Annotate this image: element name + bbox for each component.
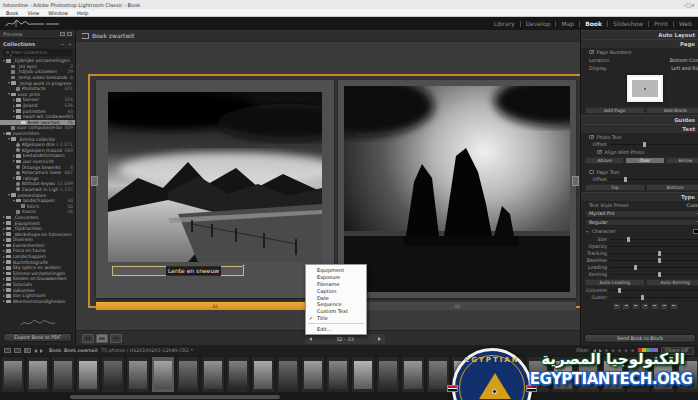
tracking-slider[interactable] bbox=[610, 253, 698, 255]
collapse-collections-button[interactable]: − bbox=[60, 41, 64, 47]
page-offset-slider[interactable] bbox=[610, 179, 698, 181]
context-menu-item-date[interactable]: Date bbox=[306, 294, 366, 301]
filmstrip-thumbnail[interactable] bbox=[251, 356, 275, 393]
filmstrip-thumbnail[interactable] bbox=[126, 356, 150, 393]
filmstrip-thumbnail[interactable] bbox=[201, 356, 225, 393]
filmstrip-thumbnail[interactable] bbox=[51, 356, 75, 393]
main-window-icon[interactable] bbox=[4, 348, 11, 353]
filmstrip-thumbnail[interactable] bbox=[601, 356, 625, 393]
preview-panel-header[interactable]: Preview bbox=[0, 30, 75, 39]
valign-top-icon[interactable] bbox=[651, 303, 659, 310]
page-text-bottom-button[interactable]: Bottom bbox=[646, 184, 698, 191]
filmstrip-thumbnail[interactable] bbox=[326, 356, 350, 393]
leading-slider[interactable] bbox=[610, 267, 698, 269]
filmstrip-thumbnail[interactable] bbox=[226, 356, 250, 393]
valign-middle-icon[interactable] bbox=[660, 303, 668, 310]
context-menu-item-sequence[interactable]: Sequence bbox=[306, 301, 366, 308]
module-book[interactable]: Book bbox=[584, 20, 603, 27]
page-add-blank-button[interactable]: Add Blank bbox=[646, 107, 698, 114]
page-add-page-button[interactable]: Add Page bbox=[585, 107, 645, 114]
character-color-swatch[interactable] bbox=[693, 229, 698, 234]
menu-help[interactable]: Help bbox=[77, 10, 88, 16]
filmstrip-thumbnail[interactable] bbox=[476, 356, 500, 393]
context-menu-item-title[interactable]: Title bbox=[306, 315, 366, 322]
context-menu-item-caption[interactable]: Caption bbox=[306, 287, 366, 294]
valign-bottom-icon[interactable] bbox=[670, 303, 678, 310]
filmstrip-thumbnail[interactable] bbox=[676, 356, 698, 393]
flag-reject-icon[interactable] bbox=[599, 349, 602, 353]
page-cell-right[interactable]: 33 bbox=[338, 302, 576, 310]
filmstrip-thumbnail[interactable] bbox=[301, 356, 325, 393]
type-panel-header[interactable]: Type bbox=[581, 192, 698, 201]
photo-text-above-button[interactable]: Above bbox=[585, 157, 624, 164]
align-right-icon[interactable] bbox=[632, 303, 640, 310]
location-value[interactable]: Bottom Corner bbox=[670, 58, 698, 63]
text-style-preset-value[interactable]: Custom bbox=[687, 203, 698, 208]
module-slideshow[interactable]: Slideshow bbox=[612, 20, 644, 27]
photo-right[interactable] bbox=[344, 86, 570, 292]
filmstrip-source-label[interactable]: Book: Boek zwartwit bbox=[49, 348, 98, 353]
align-justify-icon[interactable] bbox=[641, 303, 649, 310]
context-menu-item-equipment[interactable]: Equipment bbox=[306, 267, 366, 274]
filmstrip-scrollbar[interactable] bbox=[0, 393, 698, 400]
window-button[interactable]: × bbox=[691, 2, 695, 8]
multi-page-grid-icon[interactable] bbox=[82, 33, 89, 39]
context-menu-item-custom-text[interactable]: Custom Text bbox=[306, 308, 366, 315]
filmstrip-thumbnail[interactable] bbox=[376, 356, 400, 393]
module-map[interactable]: Map bbox=[560, 20, 575, 27]
filmstrip-thumbnail[interactable] bbox=[501, 356, 525, 393]
add-collection-button[interactable]: + bbox=[68, 41, 72, 47]
filmstrip-thumbnail[interactable] bbox=[576, 356, 600, 393]
page-text-top-button[interactable]: Top bbox=[585, 184, 645, 191]
photo-text-below-button[interactable]: Below bbox=[666, 157, 698, 164]
context-menu-item-filename[interactable]: Filename bbox=[306, 281, 366, 288]
font-dropdown[interactable]: Myriad Pro bbox=[585, 210, 698, 218]
columns-slider[interactable] bbox=[610, 290, 698, 292]
filmstrip-thumbnail[interactable] bbox=[151, 356, 175, 393]
star-rating-filter[interactable]: ★ ★ ★ ★ ★ bbox=[605, 348, 635, 353]
filmstrip-thumbnail[interactable] bbox=[1, 356, 25, 393]
context-menu-item-edit[interactable]: Edit... bbox=[306, 325, 366, 332]
filmstrip-thumbnail[interactable] bbox=[526, 356, 550, 393]
book-page-left[interactable]: Lente en sneeuw bbox=[96, 80, 334, 298]
left-page-text-marker[interactable] bbox=[91, 176, 98, 186]
single-page-view-button[interactable] bbox=[110, 334, 122, 343]
page-layout-preview[interactable] bbox=[627, 75, 663, 102]
font-style-dropdown[interactable]: Regular bbox=[585, 219, 698, 227]
previous-spread-button[interactable] bbox=[309, 337, 312, 341]
filmstrip-thumbnail[interactable] bbox=[551, 356, 575, 393]
kerning-slider[interactable] bbox=[610, 274, 698, 276]
align-center-icon[interactable] bbox=[622, 303, 630, 310]
go-back-icon[interactable] bbox=[34, 349, 37, 353]
multi-page-view-button[interactable] bbox=[82, 334, 94, 343]
collection-item-weersomstandigheden[interactable]: Weersomstandigheden bbox=[0, 299, 75, 305]
filmstrip-thumbnail[interactable] bbox=[101, 356, 125, 393]
next-spread-button[interactable] bbox=[378, 337, 381, 341]
guides-panel-header[interactable]: Guides bbox=[581, 115, 698, 124]
send-book-to-blurb-button[interactable]: Send Book to Blurb bbox=[584, 334, 696, 343]
collections-panel-header[interactable]: Collections − + bbox=[0, 39, 75, 48]
photo-text-over-button[interactable]: Over bbox=[625, 157, 664, 164]
module-library[interactable]: Library bbox=[493, 20, 516, 27]
module-print[interactable]: Print bbox=[653, 20, 669, 27]
spread-view-button[interactable] bbox=[96, 334, 108, 343]
filmstrip-thumbnail[interactable] bbox=[651, 356, 675, 393]
filmstrip-thumbnail[interactable] bbox=[426, 356, 450, 393]
right-page-text-marker[interactable] bbox=[572, 176, 579, 186]
filmstrip-thumbnail[interactable] bbox=[76, 356, 100, 393]
flag-pick-icon[interactable] bbox=[593, 349, 596, 353]
go-forward-icon[interactable] bbox=[40, 349, 43, 353]
book-page-right[interactable] bbox=[338, 80, 576, 298]
filmstrip-thumbnail[interactable] bbox=[401, 356, 425, 393]
filter-collections-input[interactable]: Filter Collections bbox=[3, 49, 72, 56]
color-label-filters[interactable] bbox=[638, 348, 658, 353]
panel-view2-icon[interactable] bbox=[67, 32, 72, 36]
export-book-pdf-button[interactable]: Export Book to PDF bbox=[3, 333, 72, 342]
module-web[interactable]: Web bbox=[678, 20, 693, 27]
page-cell-left-selected[interactable]: 32 bbox=[96, 302, 334, 310]
type-auto-leading-button[interactable]: Auto Leading bbox=[585, 279, 645, 286]
baseline-slider[interactable] bbox=[610, 260, 698, 262]
filmstrip-thumbnail[interactable] bbox=[351, 356, 375, 393]
filmstrip-thumbnail[interactable] bbox=[626, 356, 650, 393]
context-menu-item-exposure[interactable]: Exposure bbox=[306, 274, 366, 281]
